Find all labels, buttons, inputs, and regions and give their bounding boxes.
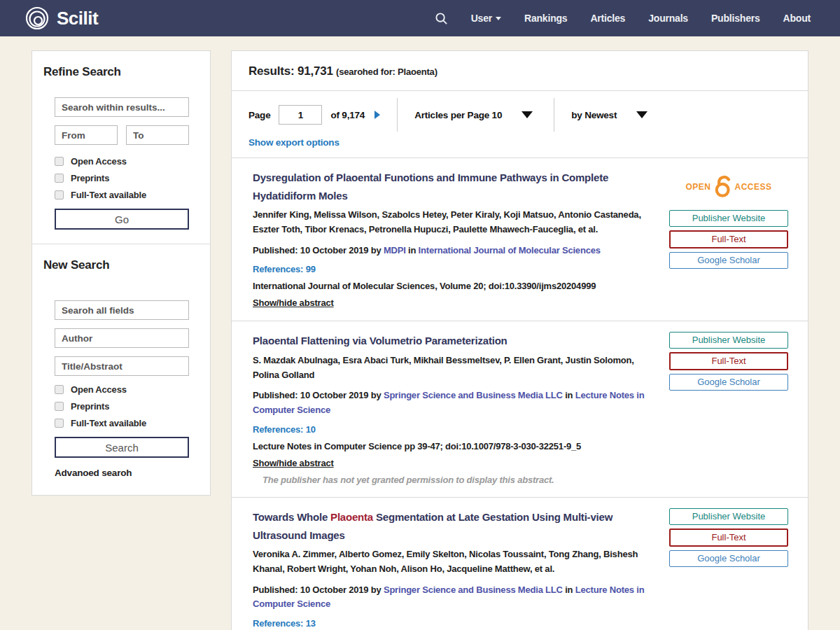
article-published-line: Published: 10 October 2019 by MDPI in In… xyxy=(253,244,655,258)
result-item: Towards Whole Plaoenta Segmentation at L… xyxy=(232,498,808,630)
sort-label: by Newest xyxy=(571,110,617,120)
search-all-fields-input[interactable] xyxy=(55,300,189,320)
journal-link[interactable]: International Journal of Molecular Scien… xyxy=(419,245,601,255)
nav-articles[interactable]: Articles xyxy=(590,13,625,24)
per-page-dropdown-icon[interactable] xyxy=(522,111,533,118)
preprints-label: Preprints xyxy=(71,173,109,183)
article-authors: Veronika A. Zimmer, Alberto Gomez, Emily… xyxy=(253,547,655,577)
show-export-options-link[interactable]: Show export options xyxy=(248,137,340,148)
sort-group[interactable]: by Newest xyxy=(554,98,648,132)
article-title[interactable]: Dysregulation of Plaoental Funotions and… xyxy=(253,169,655,204)
per-page-group[interactable]: Articles per Page 10 xyxy=(398,98,554,132)
sort-dropdown-icon[interactable] xyxy=(636,111,648,118)
sidebar-divider xyxy=(32,244,210,244)
page: Scilit User Rankings Articles Journals P… xyxy=(0,0,840,630)
nav-rankings[interactable]: Rankings xyxy=(524,13,567,24)
show-hide-abstract-toggle[interactable]: Show/hide abstract xyxy=(253,298,334,308)
full-text-button[interactable]: Full-Text xyxy=(669,230,788,248)
show-hide-abstract-toggle[interactable]: Show/hide abstract xyxy=(253,458,334,468)
nav-user-label: User xyxy=(471,13,492,24)
article-published-line: Published: 10 October 2019 by Springer S… xyxy=(253,388,655,418)
publisher-link[interactable]: Springer Science and Business Media LLC xyxy=(384,584,563,595)
open-access-checkbox[interactable] xyxy=(55,157,64,166)
references-link[interactable]: References: 10 xyxy=(253,424,655,435)
search-within-results-input[interactable] xyxy=(55,97,189,117)
publisher-website-button[interactable]: Publisher Website xyxy=(669,210,788,227)
in-word: in xyxy=(406,245,419,255)
title-text: Towards Whole xyxy=(253,511,330,523)
new-open-access-checkbox-row[interactable]: Open Access xyxy=(55,384,210,395)
title-abstract-input[interactable] xyxy=(55,356,189,376)
refine-search-title: Refine Search xyxy=(43,65,199,79)
article-authors: S. Mazdak Abulnaga, Esra Abaci Turk, Mik… xyxy=(253,354,655,383)
article-citation: International Journal of Molecular Scien… xyxy=(253,281,655,291)
fulltext-available-label: Full-Text available xyxy=(71,418,146,428)
result-item: Dysregulation of Plaoental Funotions and… xyxy=(232,158,808,321)
abstract-permission-note: The publisher has not yet granted permis… xyxy=(262,475,655,485)
refine-search-section: Refine Search Open Access Preprints xyxy=(32,65,210,244)
pagination-group: Page of 9,174 xyxy=(248,98,398,132)
go-button[interactable]: Go xyxy=(55,209,189,230)
per-page-label: Articles per Page 10 xyxy=(414,110,502,120)
next-page-icon[interactable] xyxy=(374,111,380,119)
open-lock-icon xyxy=(713,176,733,198)
published-prefix: Published: 10 October 2019 by xyxy=(253,245,384,255)
year-from-input[interactable] xyxy=(55,125,118,145)
year-to-input[interactable] xyxy=(126,125,189,145)
page-label: Page xyxy=(248,110,270,120)
publisher-website-button[interactable]: Publisher Website xyxy=(669,332,788,349)
chevron-down-icon xyxy=(496,17,501,20)
new-search-title: New Search xyxy=(43,258,199,272)
google-scholar-button[interactable]: Google Scholar xyxy=(669,374,788,391)
article-title[interactable]: Towards Whole Plaoenta Segmentation at L… xyxy=(253,508,655,544)
refine-open-access-checkbox-row[interactable]: Open Access xyxy=(55,156,210,167)
fulltext-available-checkbox[interactable] xyxy=(55,419,64,428)
result-item: Plaoental Flattening via Volumetrio Para… xyxy=(232,321,808,498)
google-scholar-button[interactable]: Google Scholar xyxy=(669,252,788,269)
advanced-search-link[interactable]: Advanoed searoh xyxy=(55,468,189,478)
publisher-link[interactable]: MDPI xyxy=(384,245,406,255)
in-word: in xyxy=(563,390,575,400)
scilit-spiral-icon xyxy=(24,5,50,31)
nav-journals[interactable]: Journals xyxy=(648,13,688,24)
article-citation: Lecture Notes in Computer Science pp 39-… xyxy=(253,441,655,451)
new-fulltext-checkbox-row[interactable]: Full-Text available xyxy=(55,418,210,428)
nav-user[interactable]: User xyxy=(471,13,501,24)
published-prefix: Published: 10 October 2019 by xyxy=(253,584,384,595)
open-access-checkbox[interactable] xyxy=(55,385,64,394)
main-nav: User Rankings Articles Journals Publishe… xyxy=(435,12,811,25)
preprints-checkbox[interactable] xyxy=(55,174,64,183)
article-published-line: Published: 10 October 2019 by Springer S… xyxy=(253,583,655,612)
references-link[interactable]: References: 99 xyxy=(253,264,655,274)
article-title[interactable]: Plaoental Flattening via Volumetrio Para… xyxy=(253,332,655,350)
refine-fulltext-checkbox-row[interactable]: Full-Text available xyxy=(55,190,210,200)
page-total-label: of 9,174 xyxy=(330,110,365,120)
published-prefix: Published: 10 October 2019 by xyxy=(253,390,384,400)
references-link[interactable]: References: 13 xyxy=(253,618,655,629)
nav-about[interactable]: About xyxy=(783,13,811,24)
scilit-logo[interactable]: Scilit xyxy=(24,5,98,31)
preprints-label: Preprints xyxy=(71,401,109,412)
full-text-button[interactable]: Full-Text xyxy=(669,352,788,370)
preprints-checkbox[interactable] xyxy=(55,402,64,411)
new-preprints-checkbox-row[interactable]: Preprints xyxy=(55,401,210,412)
nav-publishers[interactable]: Publishers xyxy=(711,13,760,24)
refine-preprints-checkbox-row[interactable]: Preprints xyxy=(55,173,210,183)
search-button[interactable]: Search xyxy=(55,437,189,458)
full-text-button[interactable]: Full-Text xyxy=(669,528,788,547)
fulltext-available-checkbox[interactable] xyxy=(55,190,64,200)
search-sidebar: Refine Search Open Access Preprints xyxy=(31,50,211,496)
results-header: Results: 91,731 (searohed for: Plaoenta) xyxy=(232,51,808,91)
publisher-website-button[interactable]: Publisher Website xyxy=(669,508,788,525)
author-input[interactable] xyxy=(55,328,189,348)
in-word: in xyxy=(563,584,575,595)
open-access-access-text: ACCESS xyxy=(735,182,772,192)
fulltext-available-label: Full-Text available xyxy=(71,190,146,200)
google-scholar-button[interactable]: Google Scholar xyxy=(669,550,788,567)
title-text: Dysregulation of Plaoental Funotions and… xyxy=(253,172,608,202)
article-authors: Jennifer King, Melissa Wilson, Szabolcs … xyxy=(253,208,655,237)
page-number-input[interactable] xyxy=(279,105,322,125)
publisher-link[interactable]: Springer Science and Business Media LLC xyxy=(384,390,563,400)
search-icon[interactable] xyxy=(435,12,448,25)
brand-name: Scilit xyxy=(57,8,98,29)
